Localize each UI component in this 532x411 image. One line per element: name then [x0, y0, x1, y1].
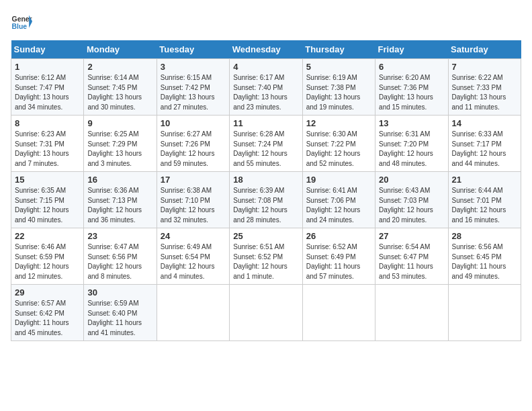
calendar-cell: 21Sunrise: 6:44 AM Sunset: 7:01 PM Dayli…: [448, 172, 521, 228]
cell-content: Sunrise: 6:15 AM Sunset: 7:42 PM Dayligh…: [161, 73, 226, 112]
day-number: 3: [161, 62, 226, 72]
calendar-cell: 25Sunrise: 6:51 AM Sunset: 6:52 PM Dayli…: [230, 228, 302, 285]
logo: General Blue: [11, 11, 32, 32]
calendar-cell: 22Sunrise: 6:46 AM Sunset: 6:59 PM Dayli…: [11, 228, 84, 285]
day-header-wednesday: Wednesday: [230, 40, 302, 59]
cell-content: Sunrise: 6:20 AM Sunset: 7:36 PM Dayligh…: [379, 73, 444, 112]
day-number: 25: [233, 231, 298, 241]
day-number: 18: [233, 175, 298, 185]
day-number: 1: [15, 62, 80, 72]
day-number: 9: [87, 118, 152, 128]
cell-content: Sunrise: 6:52 AM Sunset: 6:49 PM Dayligh…: [306, 242, 371, 281]
cell-content: Sunrise: 6:47 AM Sunset: 6:56 PM Dayligh…: [87, 242, 152, 281]
cell-content: Sunrise: 6:59 AM Sunset: 6:40 PM Dayligh…: [87, 299, 152, 338]
calendar-cell: [375, 285, 448, 341]
calendar-cell: [302, 285, 375, 341]
cell-content: Sunrise: 6:19 AM Sunset: 7:38 PM Dayligh…: [306, 73, 371, 112]
calendar-cell: 6Sunrise: 6:20 AM Sunset: 7:36 PM Daylig…: [375, 59, 448, 116]
week-row-3: 15Sunrise: 6:35 AM Sunset: 7:15 PM Dayli…: [11, 172, 521, 228]
calendar-cell: 16Sunrise: 6:36 AM Sunset: 7:13 PM Dayli…: [84, 172, 157, 228]
day-number: 4: [233, 62, 298, 72]
cell-content: Sunrise: 6:51 AM Sunset: 6:52 PM Dayligh…: [233, 242, 298, 281]
day-number: 23: [87, 231, 152, 241]
page-header: General Blue: [11, 11, 521, 32]
day-header-friday: Friday: [375, 40, 448, 59]
calendar-cell: 5Sunrise: 6:19 AM Sunset: 7:38 PM Daylig…: [302, 59, 375, 116]
week-row-4: 22Sunrise: 6:46 AM Sunset: 6:59 PM Dayli…: [11, 228, 521, 285]
calendar-cell: 15Sunrise: 6:35 AM Sunset: 7:15 PM Dayli…: [11, 172, 84, 228]
calendar-cell: 9Sunrise: 6:25 AM Sunset: 7:29 PM Daylig…: [84, 116, 157, 172]
cell-content: Sunrise: 6:31 AM Sunset: 7:20 PM Dayligh…: [379, 130, 444, 169]
cell-content: Sunrise: 6:22 AM Sunset: 7:33 PM Dayligh…: [452, 73, 517, 112]
cell-content: Sunrise: 6:44 AM Sunset: 7:01 PM Dayligh…: [452, 186, 517, 225]
calendar-cell: 13Sunrise: 6:31 AM Sunset: 7:20 PM Dayli…: [375, 116, 448, 172]
calendar-cell: 1Sunrise: 6:12 AM Sunset: 7:47 PM Daylig…: [11, 59, 84, 116]
cell-content: Sunrise: 6:36 AM Sunset: 7:13 PM Dayligh…: [87, 186, 152, 225]
day-header-thursday: Thursday: [302, 40, 375, 59]
day-number: 15: [15, 175, 80, 185]
week-row-5: 29Sunrise: 6:57 AM Sunset: 6:42 PM Dayli…: [11, 285, 521, 341]
cell-content: Sunrise: 6:46 AM Sunset: 6:59 PM Dayligh…: [15, 242, 80, 281]
calendar-cell: 27Sunrise: 6:54 AM Sunset: 6:47 PM Dayli…: [375, 228, 448, 285]
calendar-cell: 19Sunrise: 6:41 AM Sunset: 7:06 PM Dayli…: [302, 172, 375, 228]
cell-content: Sunrise: 6:54 AM Sunset: 6:47 PM Dayligh…: [379, 242, 444, 281]
logo-icon: General Blue: [11, 11, 32, 32]
day-number: 22: [15, 231, 80, 241]
calendar-cell: 18Sunrise: 6:39 AM Sunset: 7:08 PM Dayli…: [230, 172, 302, 228]
calendar-cell: 30Sunrise: 6:59 AM Sunset: 6:40 PM Dayli…: [84, 285, 157, 341]
day-number: 5: [306, 62, 371, 72]
cell-content: Sunrise: 6:23 AM Sunset: 7:31 PM Dayligh…: [15, 130, 80, 169]
calendar-cell: 17Sunrise: 6:38 AM Sunset: 7:10 PM Dayli…: [157, 172, 229, 228]
day-number: 12: [306, 118, 371, 128]
calendar-cell: [230, 285, 302, 341]
cell-content: Sunrise: 6:27 AM Sunset: 7:26 PM Dayligh…: [161, 130, 226, 169]
calendar-cell: 12Sunrise: 6:30 AM Sunset: 7:22 PM Dayli…: [302, 116, 375, 172]
cell-content: Sunrise: 6:12 AM Sunset: 7:47 PM Dayligh…: [15, 73, 80, 112]
day-number: 29: [15, 287, 80, 298]
calendar-cell: 4Sunrise: 6:17 AM Sunset: 7:40 PM Daylig…: [230, 59, 302, 116]
calendar-cell: 7Sunrise: 6:22 AM Sunset: 7:33 PM Daylig…: [448, 59, 521, 116]
calendar-cell: 3Sunrise: 6:15 AM Sunset: 7:42 PM Daylig…: [157, 59, 229, 116]
day-header-monday: Monday: [84, 40, 157, 59]
day-number: 8: [15, 118, 80, 128]
week-row-2: 8Sunrise: 6:23 AM Sunset: 7:31 PM Daylig…: [11, 116, 521, 172]
day-number: 6: [379, 62, 444, 72]
calendar-cell: 28Sunrise: 6:56 AM Sunset: 6:45 PM Dayli…: [448, 228, 521, 285]
cell-content: Sunrise: 6:28 AM Sunset: 7:24 PM Dayligh…: [233, 130, 298, 169]
day-number: 20: [379, 175, 444, 185]
calendar-cell: 23Sunrise: 6:47 AM Sunset: 6:56 PM Dayli…: [84, 228, 157, 285]
day-number: 14: [452, 118, 517, 128]
day-number: 2: [87, 62, 152, 72]
day-number: 17: [161, 175, 226, 185]
day-number: 28: [452, 231, 517, 241]
day-number: 24: [161, 231, 226, 241]
day-number: 11: [233, 118, 298, 128]
day-number: 26: [306, 231, 371, 241]
cell-content: Sunrise: 6:25 AM Sunset: 7:29 PM Dayligh…: [87, 130, 152, 169]
calendar-cell: [157, 285, 229, 341]
calendar-cell: 8Sunrise: 6:23 AM Sunset: 7:31 PM Daylig…: [11, 116, 84, 172]
day-number: 13: [379, 118, 444, 128]
day-number: 16: [87, 175, 152, 185]
day-number: 27: [379, 231, 444, 241]
day-number: 7: [452, 62, 517, 72]
cell-content: Sunrise: 6:17 AM Sunset: 7:40 PM Dayligh…: [233, 73, 298, 112]
cell-content: Sunrise: 6:49 AM Sunset: 6:54 PM Dayligh…: [161, 242, 226, 281]
cell-content: Sunrise: 6:43 AM Sunset: 7:03 PM Dayligh…: [379, 186, 444, 225]
cell-content: Sunrise: 6:35 AM Sunset: 7:15 PM Dayligh…: [15, 186, 80, 225]
day-number: 21: [452, 175, 517, 185]
cell-content: Sunrise: 6:39 AM Sunset: 7:08 PM Dayligh…: [233, 186, 298, 225]
cell-content: Sunrise: 6:56 AM Sunset: 6:45 PM Dayligh…: [452, 242, 517, 281]
day-header-sunday: Sunday: [11, 40, 84, 59]
calendar-cell: 14Sunrise: 6:33 AM Sunset: 7:17 PM Dayli…: [448, 116, 521, 172]
cell-content: Sunrise: 6:57 AM Sunset: 6:42 PM Dayligh…: [15, 299, 80, 338]
day-header-tuesday: Tuesday: [157, 40, 229, 59]
day-number: 19: [306, 175, 371, 185]
calendar-table: SundayMondayTuesdayWednesdayThursdayFrid…: [11, 40, 521, 341]
day-number: 10: [161, 118, 226, 128]
calendar-cell: 2Sunrise: 6:14 AM Sunset: 7:45 PM Daylig…: [84, 59, 157, 116]
calendar-cell: 29Sunrise: 6:57 AM Sunset: 6:42 PM Dayli…: [11, 285, 84, 341]
cell-content: Sunrise: 6:14 AM Sunset: 7:45 PM Dayligh…: [87, 73, 152, 112]
calendar-cell: [448, 285, 521, 341]
day-number: 30: [87, 287, 152, 298]
